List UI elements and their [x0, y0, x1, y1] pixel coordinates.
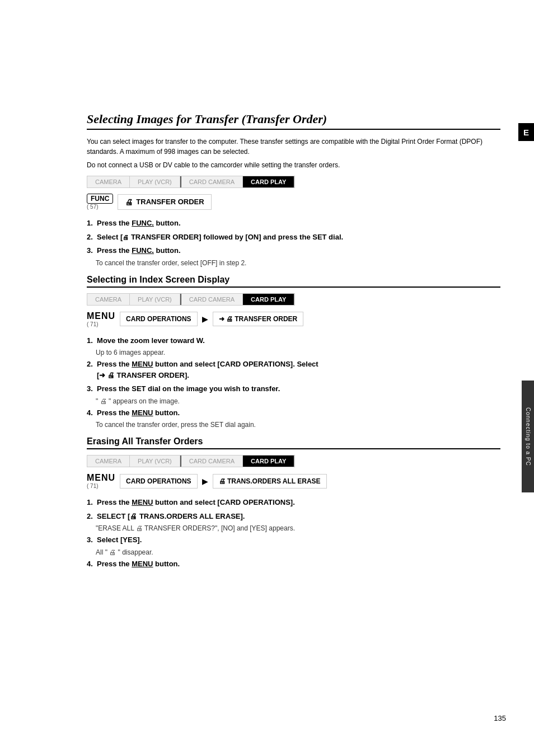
s2-step-3: 3. Select [YES].: [87, 534, 500, 546]
section1-heading: Selecting in Index Screen Display: [87, 275, 500, 288]
arrow-icon-s1: ▶: [202, 314, 208, 323]
btn-play-vcr-s1[interactable]: PLAY (VCR): [130, 294, 180, 305]
section2-menu-row: MENU ( 71) CARD OPERATIONS ▶ 🖨 TRANS.ORD…: [87, 473, 500, 489]
menu-box-s2: MENU: [87, 473, 115, 483]
main-content: Selecting Images for Transfer (Transfer …: [87, 0, 500, 569]
side-tab-label: E: [523, 128, 529, 137]
btn-play-vcr-s2[interactable]: PLAY (VCR): [130, 456, 180, 467]
btn-play-vcr-top[interactable]: PLAY (VCR): [130, 176, 180, 187]
page-number: 135: [494, 714, 506, 722]
top-button-row: CAMERA PLAY (VCR) CARD CAMERA CARD PLAY: [87, 176, 295, 188]
section1-menu-row: MENU ( 71) CARD OPERATIONS ▶ ➜ 🖨 TRANSFE…: [87, 311, 500, 327]
s2-step-2-detail: "ERASE ALL 🖨 TRANSFER ORDERS?", [NO] and…: [96, 524, 500, 532]
s2-step-3-detail: All " 🖨 " disappear.: [96, 548, 500, 556]
btn-camera-s1[interactable]: CAMERA: [87, 294, 130, 305]
btn-card-play-top[interactable]: CARD PLAY: [243, 176, 294, 187]
intro-line1: You can select images for transfer to th…: [87, 137, 500, 157]
menu-result-s1: ➜ 🖨 TRANSFER ORDER: [213, 312, 304, 326]
step-3: 3. Press the FUNC. button.: [87, 245, 500, 256]
intro-line2: Do not connect a USB or DV cable to the …: [87, 160, 500, 170]
menu-content-s2: CARD OPERATIONS: [120, 474, 197, 489]
btn-camera-top[interactable]: CAMERA: [87, 176, 130, 187]
func-row-top: FUNC ( 57) 🖨 TRANSFER ORDER: [87, 194, 500, 210]
s2-step-1: 1. Press the MENU button and select [CAR…: [87, 497, 500, 508]
side-tab-e: E: [518, 123, 534, 141]
side-label: Connecting to a PC: [522, 381, 534, 492]
section1-button-row: CAMERA PLAY (VCR) CARD CAMERA CARD PLAY: [87, 293, 295, 306]
section2-heading: Erasing All Transfer Orders: [87, 436, 500, 449]
s1-step-3: 3. Press the SET dial on the image you w…: [87, 383, 500, 395]
menu-box-s1: MENU: [87, 311, 115, 321]
step-3-detail: To cancel the transfer order, select [OF…: [96, 259, 500, 267]
btn-camera-s2[interactable]: CAMERA: [87, 456, 130, 467]
func-box: FUNC: [87, 194, 113, 204]
btn-card-camera-top[interactable]: CARD CAMERA: [181, 176, 243, 187]
section2-button-row: CAMERA PLAY (VCR) CARD CAMERA CARD PLAY: [87, 455, 295, 467]
top-steps: 1. Press the FUNC. button. 2. Select [🖨 …: [87, 218, 500, 267]
s2-step-4: 4. Press the MENU button.: [87, 558, 500, 570]
step-1: 1. Press the FUNC. button.: [87, 218, 500, 229]
s2-step-2: 2. SELECT [🖨 TRANS.ORDERS ALL ERASE].: [87, 511, 500, 522]
arrow-icon-s2: ▶: [202, 477, 208, 486]
btn-card-camera-s2[interactable]: CARD CAMERA: [181, 456, 243, 467]
menu-result-s2: 🖨 TRANS.ORDERS ALL ERASE: [213, 474, 327, 489]
transfer-icon-top: 🖨: [125, 198, 133, 206]
btn-card-camera-s1[interactable]: CARD CAMERA: [181, 294, 243, 305]
section1-steps: 1. Move the zoom lever toward W. Up to 6…: [87, 335, 500, 429]
menu-page-s1: ( 71): [87, 321, 115, 327]
s1-step-3-detail: " 🖨 " appears on the image.: [96, 397, 500, 405]
s1-step-1-detail: Up to 6 images appear.: [96, 349, 500, 356]
page-container: E Connecting to a PC 135 Selecting Image…: [0, 0, 534, 756]
main-title: Selecting Images for Transfer (Transfer …: [87, 112, 500, 130]
func-page: ( 57): [87, 204, 113, 210]
step-2: 2. Select [🖨 TRANSFER ORDER] followed by…: [87, 232, 500, 243]
transfer-order-label: TRANSFER ORDER: [136, 198, 204, 206]
side-label-text: Connecting to a PC: [525, 407, 531, 466]
menu-page-s2: ( 71): [87, 483, 115, 489]
s1-step-1: 1. Move the zoom lever toward W.: [87, 335, 500, 346]
s1-step-4-detail: To cancel the transfer order, press the …: [96, 421, 500, 429]
s1-step-2: 2. Press the MENU button and select [CAR…: [87, 359, 500, 381]
s1-step-4: 4. Press the MENU button.: [87, 407, 500, 419]
func-content: 🖨 TRANSFER ORDER: [118, 194, 211, 210]
menu-content-s1: CARD OPERATIONS: [120, 312, 197, 326]
btn-card-play-s2[interactable]: CARD PLAY: [243, 456, 294, 467]
section2-steps: 1. Press the MENU button and select [CAR…: [87, 497, 500, 569]
btn-card-play-s1[interactable]: CARD PLAY: [243, 294, 294, 305]
